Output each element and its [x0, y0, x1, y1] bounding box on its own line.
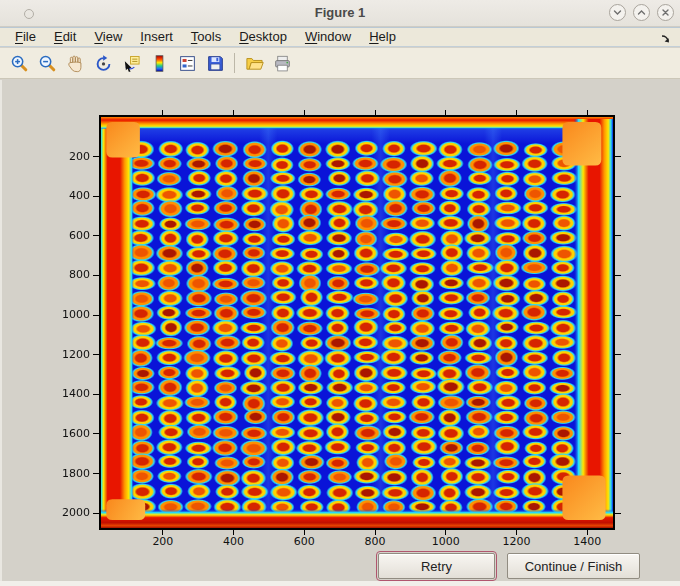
figure-window: { "window": { "title": "Figure 1", "cont… — [0, 0, 680, 586]
y-tick-label: 1400 — [34, 387, 90, 400]
menu-view[interactable]: View — [85, 28, 131, 46]
legend-button[interactable] — [174, 50, 200, 76]
rotate-3d-button[interactable] — [90, 50, 116, 76]
menu-bar: FileEditViewInsertToolsDesktopWindowHelp — [0, 27, 680, 47]
y-axis-tick-right — [615, 275, 621, 276]
chevron-up-icon — [636, 7, 647, 18]
y-tick-label: 1200 — [34, 348, 90, 361]
open-folder-icon — [245, 54, 264, 73]
close-icon — [660, 7, 671, 18]
save-icon — [206, 54, 225, 73]
x-axis-tick-top — [162, 110, 163, 115]
x-tick-label: 600 — [282, 535, 326, 548]
menu-insert[interactable]: Insert — [131, 28, 182, 46]
x-axis-tick-top — [233, 110, 234, 115]
y-axis-tick — [93, 196, 99, 197]
y-axis-tick — [93, 235, 99, 236]
zoom-in-button[interactable] — [6, 50, 32, 76]
colorbar-icon — [150, 54, 169, 73]
y-axis-tick — [93, 275, 99, 276]
x-tick-label: 1200 — [494, 535, 538, 548]
y-axis-tick — [93, 513, 99, 514]
microarray-image[interactable] — [101, 117, 613, 528]
y-tick-label: 600 — [34, 229, 90, 242]
window-edge — [0, 80, 2, 586]
window-title: Figure 1 — [0, 0, 680, 26]
data-cursor-button[interactable] — [118, 50, 144, 76]
y-axis-tick-right — [615, 354, 621, 355]
zoom-out-button[interactable] — [34, 50, 60, 76]
y-tick-label: 1600 — [34, 427, 90, 440]
plot-axes — [99, 115, 615, 530]
x-tick-label: 1400 — [565, 535, 609, 548]
save-button[interactable] — [202, 50, 228, 76]
title-bar: Figure 1 — [0, 0, 680, 27]
menu-help[interactable]: Help — [360, 28, 405, 46]
continue-finish-button-label: Continue / Finish — [525, 559, 623, 574]
x-axis-tick-top — [445, 110, 446, 115]
zoom-out-icon — [38, 54, 57, 73]
y-axis-tick-right — [615, 513, 621, 514]
close-button[interactable] — [657, 4, 674, 21]
minimize-button[interactable] — [609, 4, 626, 21]
data-cursor-icon — [122, 54, 141, 73]
x-axis-tick-top — [375, 110, 376, 115]
window-controls — [609, 4, 674, 21]
x-tick-label: 400 — [212, 535, 256, 548]
retry-button[interactable]: Retry — [378, 553, 495, 579]
tool-bar — [0, 48, 680, 79]
x-tick-label: 800 — [353, 535, 397, 548]
y-axis-tick — [93, 156, 99, 157]
x-axis-tick-top — [304, 110, 305, 115]
toolbar-separator — [234, 53, 235, 73]
print-button[interactable] — [269, 50, 295, 76]
y-tick-label: 400 — [34, 189, 90, 202]
y-axis-tick-right — [615, 473, 621, 474]
y-axis-tick-right — [615, 315, 621, 316]
y-tick-label: 1800 — [34, 467, 90, 480]
y-axis-tick-right — [615, 394, 621, 395]
y-axis-tick-right — [615, 235, 621, 236]
colorbar-button[interactable] — [146, 50, 172, 76]
y-tick-label: 1000 — [34, 308, 90, 321]
menu-edit[interactable]: Edit — [45, 28, 85, 46]
maximize-button[interactable] — [633, 4, 650, 21]
retry-button-label: Retry — [421, 559, 452, 574]
y-tick-label: 200 — [34, 150, 90, 163]
open-folder-button[interactable] — [241, 50, 267, 76]
y-tick-label: 2000 — [34, 506, 90, 519]
zoom-in-icon — [10, 54, 29, 73]
menu-desktop[interactable]: Desktop — [230, 28, 296, 46]
window-edge — [0, 581, 680, 586]
pan-icon — [66, 54, 85, 73]
dock-arrow-icon[interactable] — [660, 31, 672, 49]
legend-icon — [178, 54, 197, 73]
y-axis-tick — [93, 354, 99, 355]
y-axis-tick — [93, 315, 99, 316]
y-axis-tick-right — [615, 156, 621, 157]
x-axis-tick-top — [516, 110, 517, 115]
x-axis-tick-top — [587, 110, 588, 115]
print-icon — [273, 54, 292, 73]
y-tick-label: 800 — [34, 268, 90, 281]
menu-file[interactable]: File — [6, 28, 45, 46]
rotate-3d-icon — [94, 54, 113, 73]
x-tick-label: 200 — [141, 535, 185, 548]
pan-button[interactable] — [62, 50, 88, 76]
y-axis-tick — [93, 473, 99, 474]
chevron-down-icon — [612, 7, 623, 18]
menu-window[interactable]: Window — [296, 28, 360, 46]
y-axis-tick — [93, 394, 99, 395]
y-axis-tick — [93, 433, 99, 434]
menu-tools[interactable]: Tools — [182, 28, 230, 46]
y-axis-tick-right — [615, 196, 621, 197]
y-axis-tick-right — [615, 433, 621, 434]
continue-finish-button[interactable]: Continue / Finish — [507, 553, 640, 579]
x-tick-label: 1000 — [424, 535, 468, 548]
